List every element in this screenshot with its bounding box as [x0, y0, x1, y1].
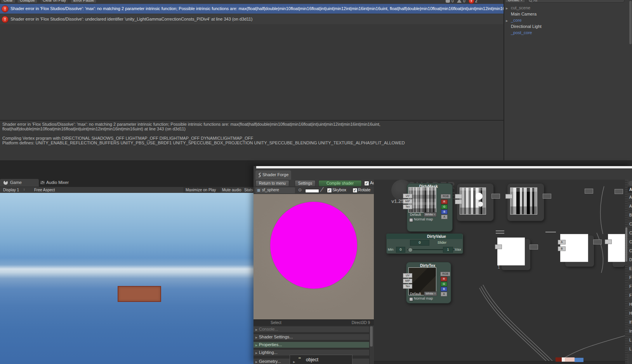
palette-item[interactable]: H	[628, 300, 632, 309]
palette-item[interactable]: L	[628, 336, 632, 345]
input-port-uv[interactable]: UV	[403, 273, 412, 278]
console-clear-button[interactable]: Clear	[1, 0, 16, 3]
canvas-scrollbar-track[interactable]	[625, 180, 628, 364]
output-port-r[interactable]: R	[441, 277, 447, 281]
console-clear-on-play-button[interactable]: Clear on Play	[40, 0, 69, 3]
shader-forge-tab[interactable]: Shader Forge	[255, 170, 291, 180]
compile-shader-button[interactable]: Compile shader	[318, 180, 362, 187]
warning-icon[interactable]	[457, 0, 462, 3]
input-port[interactable]	[455, 199, 462, 204]
hierarchy-item-cut-scene[interactable]: cut_scene	[504, 5, 632, 11]
maximize-on-play-toggle[interactable]: Maximize on Play	[183, 187, 221, 193]
palette-item[interactable]: In	[628, 327, 632, 336]
input-port[interactable]	[455, 194, 462, 199]
hierarchy-item-post-core[interactable]: _post_core	[504, 29, 632, 36]
node-value-1-preview[interactable]	[497, 237, 525, 265]
output-port-a[interactable]: A	[441, 215, 448, 219]
disclosure-triangle-icon[interactable]	[293, 357, 295, 364]
palette-item[interactable]: C	[628, 229, 632, 237]
object-folder-item[interactable]: object	[306, 357, 318, 362]
output-port-r[interactable]: R	[441, 199, 448, 204]
slider-handle[interactable]	[408, 248, 413, 252]
output-port-g[interactable]: G	[441, 282, 447, 286]
palette-item[interactable]: If	[628, 318, 632, 327]
min-field[interactable]: 0	[396, 247, 405, 253]
canvas-hscroll-track[interactable]	[374, 361, 625, 364]
aspect-dropdown[interactable]: Free Aspect	[34, 188, 55, 192]
stats-toggle[interactable]: Stats	[244, 188, 253, 192]
hierarchy-item-main-camera[interactable]: Main Camera	[504, 11, 632, 17]
palette-item[interactable]: C	[628, 237, 632, 246]
display-stepper-icon[interactable]: ↕	[23, 188, 25, 191]
palette-item[interactable]: C	[628, 246, 632, 255]
rotate-checkbox[interactable]	[352, 188, 358, 193]
palette-item[interactable]: A	[628, 193, 632, 202]
palette-search-input[interactable]	[629, 181, 632, 186]
normal-map-checkbox[interactable]	[409, 297, 413, 301]
palette-item[interactable]: A	[628, 202, 632, 211]
output-port[interactable]	[491, 194, 500, 199]
target-icon[interactable]: ⊙	[298, 187, 302, 192]
output-port-g[interactable]: G	[441, 205, 448, 209]
console-error-pause-button[interactable]: Error Pause	[71, 0, 97, 3]
info-icon[interactable]	[446, 0, 450, 3]
auto-checkbox[interactable]	[364, 181, 369, 186]
skybox-checkbox[interactable]	[327, 188, 332, 193]
default-value-dropdown[interactable]: White	[424, 291, 437, 296]
console-splitter[interactable]	[0, 120, 504, 121]
palette-item[interactable]: H	[628, 309, 632, 318]
input-port-a[interactable]: A	[558, 240, 566, 244]
mesh-dropdown[interactable]: ▦ sf_sphere	[255, 187, 295, 193]
node-edge-preview[interactable]	[608, 234, 626, 262]
default-value-dropdown[interactable]: White	[424, 212, 437, 217]
palette-item[interactable]: L	[628, 345, 632, 354]
input-port-mip[interactable]: MIP	[403, 199, 412, 204]
sections-scrollbar-thumb[interactable]	[370, 326, 373, 347]
output-port-a[interactable]: A	[441, 292, 447, 296]
output-port-rgb[interactable]: RGB	[440, 272, 450, 276]
window-top-edge[interactable]	[256, 166, 632, 168]
select-button[interactable]: Select	[271, 321, 281, 325]
palette-item[interactable]: C	[628, 220, 632, 229]
palette-item[interactable]: F	[628, 282, 632, 291]
canvas-scrollbar-thumb[interactable]	[625, 227, 627, 262]
input-port-b[interactable]: B	[558, 246, 566, 251]
tab-audio-mixer[interactable]: Audio Mixer	[39, 179, 85, 187]
palette-item[interactable]: F	[628, 291, 632, 300]
input-port-tex[interactable]: Tex	[403, 284, 412, 289]
output-port[interactable]	[530, 244, 538, 250]
input-port-mip[interactable]: MIP	[403, 279, 412, 283]
console-collapse-button[interactable]: Collapse	[17, 0, 38, 3]
palette-item[interactable]: D	[628, 255, 632, 264]
section-shader-settings[interactable]: Shader Settings...	[253, 334, 369, 340]
output-port-b[interactable]: B	[441, 287, 447, 291]
return-to-menu-button[interactable]: Return to menu	[255, 180, 289, 187]
output-port-rgb[interactable]: RGB	[441, 194, 451, 199]
section-console[interactable]: Console...	[253, 326, 369, 332]
input-port[interactable]	[505, 194, 512, 199]
loose-port[interactable]	[615, 189, 623, 194]
game-viewport[interactable]	[0, 193, 253, 364]
value-field[interactable]: 0	[410, 240, 429, 246]
shader-preview-viewport[interactable]	[253, 194, 374, 319]
palette-item[interactable]: B	[628, 211, 632, 220]
loose-port[interactable]	[585, 189, 593, 194]
input-port[interactable]	[495, 244, 502, 249]
console-entry-selected[interactable]: Shader error in 'Flox Studios/Dissolve':…	[0, 4, 504, 14]
hierarchy-create-button[interactable]: Create	[505, 0, 525, 3]
normal-map-checkbox[interactable]	[409, 218, 413, 222]
output-port[interactable]	[593, 239, 602, 244]
output-port-b[interactable]: B	[441, 210, 448, 214]
max-field[interactable]: 1	[443, 247, 453, 253]
pen-icon[interactable]: ╱	[320, 187, 323, 192]
tab-game[interactable]: Game	[0, 179, 39, 187]
color-swatch[interactable]	[305, 189, 319, 193]
hierarchy-search-input[interactable]: All	[528, 0, 625, 3]
error-icon[interactable]: !	[469, 0, 474, 4]
console-entry[interactable]: Shader error in 'Flox Studios/Dissolve':…	[0, 14, 504, 24]
input-port-tex[interactable]: Tex	[403, 205, 412, 209]
hierarchy-scrollbar[interactable]	[629, 1, 632, 44]
palette-item[interactable]: E	[628, 264, 632, 273]
hierarchy-item-directional-light[interactable]: Directional Light	[504, 23, 632, 29]
output-port[interactable]	[543, 194, 551, 199]
